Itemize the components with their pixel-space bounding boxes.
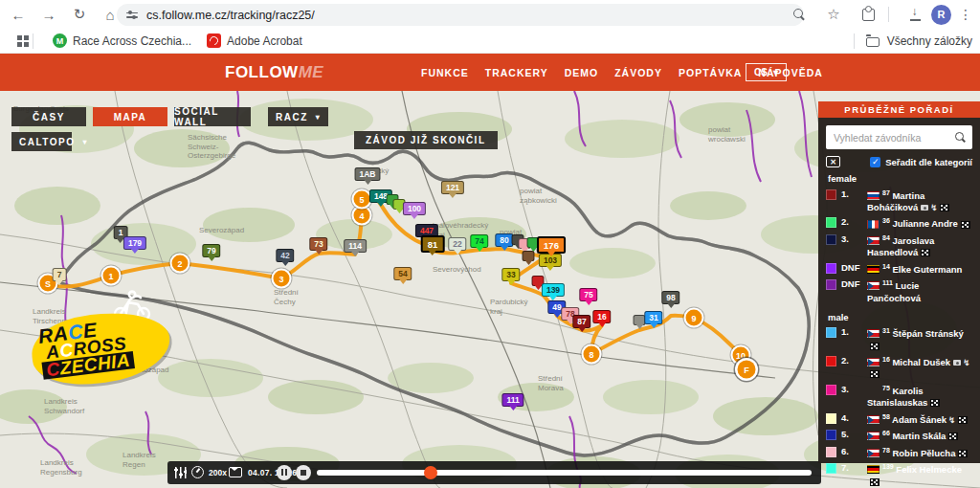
category-label-female: female [828, 173, 972, 184]
standing-row[interactable]: 2.16 Michal Dušek↯ [826, 353, 972, 382]
reload-icon[interactable]: ↻ [67, 2, 92, 27]
nav-item-trackery[interactable]: TRACKERY [485, 67, 548, 78]
standing-row[interactable]: 3.84 Jaroslava Hasnedlová [826, 232, 972, 260]
standing-row[interactable]: 2.36 Julianne Andre [826, 215, 972, 233]
search-input[interactable] [826, 125, 972, 149]
nav-item-z-vody[interactable]: ZÁVODY [614, 67, 662, 78]
nav-item-popt-vka[interactable]: POPTÁVKA [679, 67, 742, 78]
race-select[interactable]: RACZ▾ [268, 107, 328, 126]
back-icon[interactable]: ← [6, 2, 31, 27]
standing-row[interactable]: DNF14 Elke Gutermann [826, 260, 972, 277]
search-icon[interactable] [955, 132, 966, 143]
rider-color-swatch [826, 263, 836, 274]
rank-label: 3. [841, 384, 862, 394]
layer-select[interactable]: CALTOPO▾ [11, 132, 72, 151]
message-icon[interactable] [229, 467, 242, 477]
bookmark-race-across-czechia[interactable]: M Race Across Czechia... [53, 33, 191, 48]
tab-social-wall[interactable]: SOCIAL WALL [174, 107, 251, 126]
standing-row[interactable]: 1.31 Štěpán Stránský [826, 325, 972, 354]
rider-marker-139[interactable]: 139 [542, 283, 565, 297]
rider-marker-1ab[interactable]: 1AB [354, 167, 380, 181]
rider-marker-121[interactable]: 121 [441, 181, 464, 194]
standing-row[interactable]: 5.66 Martin Skála [826, 428, 972, 445]
timeline-handle[interactable] [424, 466, 437, 479]
rider-marker-74[interactable]: 74 [470, 234, 488, 248]
finish-flag-icon [870, 343, 880, 350]
rider-marker-111[interactable]: 111 [501, 393, 523, 407]
rider-marker-100[interactable]: 100 [403, 202, 426, 215]
standing-row[interactable]: DNF111 Lucie Pančochová [826, 277, 972, 306]
standing-row[interactable]: 4.58 Adam Šánek↯ [826, 410, 972, 428]
logo-primary: FOLLOW [225, 63, 299, 81]
site-navbar: FOLLOWME FUNKCETRACKERYDEMOZÁVODYPOPTÁVK… [0, 54, 980, 91]
timeline-track[interactable] [317, 470, 812, 476]
deselect-all-icon[interactable]: ✕ [826, 156, 840, 167]
bookmark-adobe-acrobat[interactable]: Adobe Acrobat [207, 33, 302, 48]
zoom-icon[interactable] [787, 2, 812, 27]
standing-row[interactable]: 1.87 Martina Boháčiková↯ [826, 187, 972, 215]
rider-marker-176[interactable]: 176 [537, 236, 566, 254]
tab-mapa[interactable]: MAPA [93, 107, 167, 126]
rank-label: 7. [841, 462, 862, 473]
pause-button[interactable] [277, 465, 292, 480]
menu-kebab-icon[interactable]: ⋮ [955, 7, 976, 22]
rider-marker-22[interactable]: 22 [448, 237, 466, 251]
route-checkpoint-3: 3 [274, 271, 290, 287]
address-bar[interactable]: cs.follow.me.cz/tracking/racz25/ [117, 4, 804, 26]
rank-label: 4. [841, 412, 862, 423]
finish-flag-icon [930, 399, 940, 407]
tab-casy[interactable]: ČASY [11, 107, 86, 126]
finish-flag-icon [958, 416, 968, 424]
flag-cz-icon [867, 329, 880, 338]
bookmark-star-icon[interactable]: ☆ [821, 2, 846, 27]
rider-marker-87[interactable]: 87 [572, 315, 590, 328]
rider-marker-79[interactable]: 79 [202, 244, 220, 257]
checkbox-checked-icon[interactable]: ✓ [870, 157, 880, 167]
rider-marker[interactable] [523, 251, 535, 261]
nav-item-demo[interactable]: DEMO [565, 67, 599, 78]
stop-button[interactable] [296, 465, 311, 480]
rider-marker-33[interactable]: 33 [501, 268, 520, 281]
followme-logo[interactable]: FOLLOWME [225, 63, 323, 82]
camera-icon [953, 360, 961, 366]
standing-row[interactable]: 7.139 Felix Helmecke [826, 461, 972, 488]
rider-marker-31[interactable]: 31 [644, 311, 662, 324]
profile-avatar[interactable]: R [931, 5, 951, 25]
layers-slider-icon[interactable] [174, 467, 187, 478]
extensions-icon[interactable] [856, 2, 880, 27]
downloads-icon[interactable] [902, 2, 927, 27]
apps-grid-icon[interactable] [17, 35, 29, 47]
nav-item-funkce[interactable]: FUNKCE [421, 67, 469, 78]
standing-row[interactable]: 3.75 Karolis Stanislauskas [826, 382, 972, 410]
flag-cz-icon [867, 415, 880, 424]
standing-row[interactable]: 6.78 Robin Pělucha [826, 444, 972, 461]
rider-color-swatch [826, 447, 836, 457]
speed-gauge-icon[interactable] [191, 466, 204, 478]
finish-flag-icon [948, 433, 958, 440]
race-select-value: RACZ [276, 112, 308, 122]
rider-marker-81[interactable]: 81 [421, 235, 445, 253]
site-info-icon[interactable] [126, 11, 138, 20]
rank-label: 2. [841, 216, 862, 227]
rider-marker-114[interactable]: 114 [344, 239, 367, 253]
rider-marker-75[interactable]: 75 [579, 288, 597, 301]
rider-marker-42[interactable]: 42 [276, 249, 294, 262]
rider-marker-54[interactable]: 54 [393, 267, 412, 280]
race-status-badge: ZÁVOD JIŽ SKONČIL [354, 131, 498, 149]
rider-marker-16[interactable]: 16 [592, 310, 611, 323]
rider-marker-7[interactable]: 7 [53, 268, 67, 281]
route-checkpoint-4: 4 [354, 208, 370, 224]
route-checkpoint-9: 9 [686, 310, 702, 326]
rank-label: 5. [841, 429, 862, 439]
route-checkpoint-8: 8 [584, 346, 600, 363]
sort-by-category-toggle[interactable]: ✓ Seřadit dle kategorií [870, 157, 972, 167]
camera-icon [921, 205, 928, 211]
rider-marker-98[interactable]: 98 [661, 291, 679, 304]
standings-sidebar: PRŮBĚŽNÉ POŘADÍ ✕ ✓ Seřadit dle kategori… [818, 101, 980, 463]
all-bookmarks-label[interactable]: Všechny záložky [887, 34, 972, 48]
rider-marker-179[interactable]: 179 [123, 236, 146, 250]
map-region-label: Střední Čechy [274, 288, 299, 306]
rider-marker-73[interactable]: 73 [309, 237, 327, 251]
forward-icon[interactable]: → [36, 2, 61, 27]
language-select[interactable]: CS ▾ [746, 63, 787, 81]
